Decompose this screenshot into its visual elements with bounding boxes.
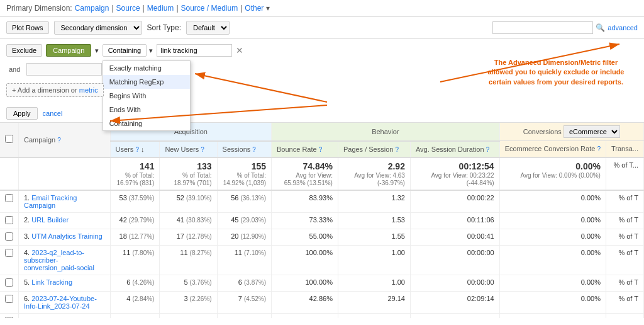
search-input[interactable] [492, 21, 593, 34]
sessions-cell-0: 56 (36.13%) [217, 190, 271, 213]
cancel-link[interactable]: cancel [43, 110, 63, 117]
table-row: 4. 2023-q2_lead-to-subscriber-conversion… [0, 245, 644, 275]
campaign-link-1[interactable]: URL Builder [31, 216, 69, 224]
avg-session-cell-5: 02:09:14 [410, 291, 499, 313]
primary-dimension-label: Primary Dimension: [6, 4, 72, 13]
bounce-rate-cell-0: 83.93% [272, 190, 338, 213]
avg-session-cell-0: 00:00:22 [410, 190, 499, 213]
dim-medium[interactable]: Medium [147, 4, 174, 13]
avg-session-cell-3: 00:00:00 [410, 245, 499, 275]
table-row: 5. Link Tracking 6 (4.26%) 5 (3.76%) 6 (… [0, 275, 644, 291]
row-num-3: 4. [24, 249, 31, 256]
campaign-link-3[interactable]: 2023-q2_lead-to-subscriber-conversion_pa… [24, 249, 94, 271]
dim-campaign[interactable]: Campaign [75, 4, 109, 13]
dim-source-medium[interactable]: Source / Medium [181, 4, 238, 13]
sessions-cell-4: 6 (3.87%) [217, 275, 271, 291]
new-users-cell-3: 11 (8.27%) [160, 245, 217, 275]
sessions-info-icon[interactable]: ? [252, 146, 256, 153]
campaign-link-4[interactable]: Link Tracking [31, 278, 72, 286]
sessions-cell-5: 7 (4.52%) [217, 291, 271, 313]
row-checkbox-5[interactable] [5, 295, 13, 303]
bounce-rate-cell-3: 100.00% [272, 245, 338, 275]
row-checkbox-4[interactable] [5, 278, 13, 287]
campaign-cell-6: 7. 2023-07-14-test [19, 313, 111, 318]
transactions-cell-0: % of T [606, 190, 643, 213]
ecommerce-rate-cell-4: 0.00% [499, 275, 606, 291]
users-sort-icon[interactable]: ↓ [141, 145, 145, 153]
campaign-link-0[interactable]: Email Tracking Campaign [24, 194, 77, 209]
campaign-filter-button[interactable]: Campaign [46, 44, 91, 57]
ecommerce-rate-cell-5: 0.00% [499, 291, 606, 313]
containing-wrapper: Containing ▾ Exactly matching Matching R… [103, 44, 153, 57]
option-ends-with[interactable]: Ends With [103, 103, 190, 117]
dim-other[interactable]: Other [245, 4, 264, 13]
toolbar: Plot Rows Secondary dimension Sort Type:… [0, 17, 644, 39]
bounce-rate-cell-1: 73.33% [272, 212, 338, 229]
select-all-checkbox[interactable] [5, 135, 13, 143]
add-dimension-button[interactable]: + Add a dimension or metric [6, 83, 104, 97]
option-containing[interactable]: Containing [103, 117, 190, 130]
ecommerce-rate-cell-3: 0.00% [499, 245, 606, 275]
ecommerce-rate-cell-6: 0.00% [499, 313, 606, 318]
campaign-link-6[interactable]: 2023-07-14-test [31, 317, 80, 319]
bounce-rate-cell-2: 55.00% [272, 229, 338, 245]
campaign-link-5[interactable]: 2023-07-24-Youtube-Info-Link_2023-07-24 [24, 295, 97, 310]
avg-session-info-icon[interactable]: ? [486, 146, 490, 153]
transactions-cell-1: % of T [606, 212, 643, 229]
advanced-link[interactable]: advanced [608, 24, 638, 31]
avg-session-cell-2: 00:00:41 [410, 229, 499, 245]
containing-arrow: ▾ [149, 47, 153, 54]
select-all-checkbox-header[interactable] [0, 123, 19, 157]
filter-value-input[interactable] [157, 44, 232, 57]
bounce-rate-cell-6: 0.00% [272, 313, 338, 318]
conversions-select[interactable]: eCommerce [564, 125, 620, 138]
pages-session-info-icon[interactable]: ? [395, 146, 399, 153]
secondary-dimension-select[interactable]: Secondary dimension [54, 21, 142, 35]
and-filter-input[interactable] [26, 63, 102, 76]
summary-ecommerce-rate: 0.00% Avg for View: 0.00% (0.00%) [499, 157, 606, 190]
summary-pages-session: 2.92 Avg for View: 4.63 (-36.97%) [338, 157, 410, 190]
row-checkbox-1[interactable] [5, 216, 13, 224]
primary-dimension-bar: Primary Dimension: Campaign | Source | M… [0, 0, 644, 17]
metric-link[interactable]: metric [79, 86, 98, 94]
row-num-6: 7. [24, 317, 31, 319]
plot-rows-button[interactable]: Plot Rows [6, 21, 49, 34]
new-users-info-icon[interactable]: ? [201, 146, 204, 153]
campaign-cell-5: 6. 2023-07-24-Youtube-Info-Link_2023-07-… [19, 291, 111, 313]
ecommerce-rate-col-header: Ecommerce Conversion Rate ? [499, 141, 606, 157]
campaign-cell-1: 2. URL Builder [19, 212, 111, 229]
exclude-button[interactable]: Exclude [6, 44, 42, 57]
sessions-cell-6: 2 (1.29%) [217, 313, 271, 318]
conversions-group: Conversions eCommerce [499, 123, 643, 141]
campaign-cell-3: 4. 2023-q2_lead-to-subscriber-conversion… [19, 245, 111, 275]
row-num-1: 2. [24, 216, 31, 224]
users-cell-6: 1 (0.71%) [110, 313, 160, 318]
apply-row: Apply cancel [0, 105, 644, 123]
containing-button[interactable]: Containing [103, 44, 147, 57]
sessions-cell-1: 45 (29.03%) [217, 212, 271, 229]
summary-avg-session: 00:12:54 Avg for View: 00:23:22 (-44.84%… [410, 157, 499, 190]
dim-source[interactable]: Source [116, 4, 140, 13]
campaign-link-2[interactable]: UTM Analytics Training [31, 232, 102, 240]
row-checkbox-0[interactable] [5, 194, 13, 202]
summary-users: 141 % of Total: 16.97% (831) [110, 157, 160, 190]
new-users-cell-2: 17 (12.78%) [160, 229, 217, 245]
row-checkbox-2[interactable] [5, 232, 13, 241]
row-checkbox-3[interactable] [5, 249, 13, 257]
bounce-rate-info-icon[interactable]: ? [319, 146, 323, 153]
users-cell-3: 11 (7.80%) [110, 245, 160, 275]
users-cell-4: 6 (4.26%) [110, 275, 160, 291]
pages-session-cell-4: 1.00 [338, 275, 410, 291]
row-checkbox-6[interactable] [5, 317, 13, 319]
campaign-col-header: Campaign ? [19, 123, 111, 157]
campaign-info-icon[interactable]: ? [57, 137, 61, 144]
row-num-2: 3. [24, 232, 31, 240]
clear-filter-icon[interactable]: ✕ [236, 45, 243, 55]
summary-row: 141 % of Total: 16.97% (831) 133 % of To… [0, 157, 644, 190]
search-icon[interactable]: 🔍 [596, 23, 605, 32]
ecommerce-rate-info-icon[interactable]: ? [597, 145, 601, 152]
sort-type-select[interactable]: Default [186, 21, 230, 35]
users-info-icon[interactable]: ? [135, 146, 139, 153]
apply-button[interactable]: Apply [6, 107, 38, 120]
pages-session-cell-6: 17.50 [338, 313, 410, 318]
